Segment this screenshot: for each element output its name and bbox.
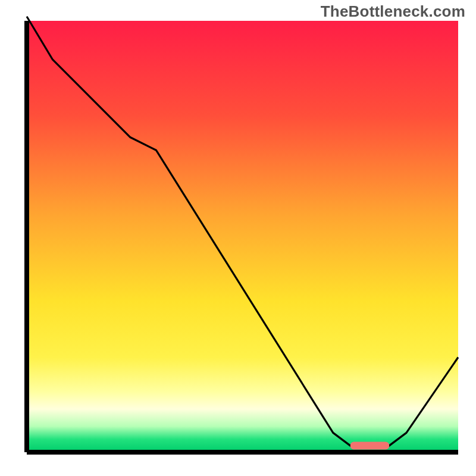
chart-container: TheBottleneck.com (0, 0, 476, 476)
chart-svg (0, 0, 476, 476)
marker-bar (350, 442, 389, 450)
plot-area (27, 21, 458, 452)
